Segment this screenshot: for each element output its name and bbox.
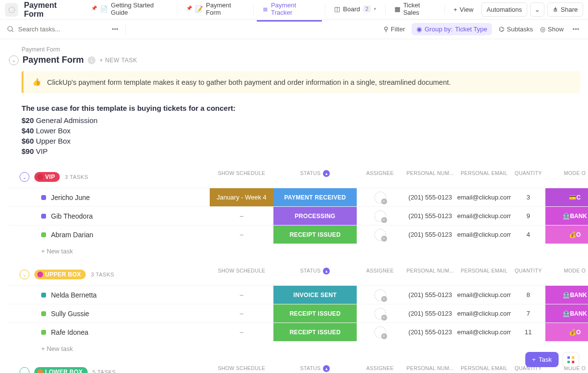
tab-ticket-sales[interactable]: ▦ Ticket Sales <box>389 0 441 22</box>
toolbar-more-icon[interactable]: ••• <box>570 24 581 35</box>
sort-icon[interactable]: ▴ <box>323 170 330 177</box>
group-chip[interactable]: UPPER BOX <box>34 270 86 279</box>
col-quantity[interactable]: QUANTITY <box>511 168 545 188</box>
subtasks-button[interactable]: ⌬ Subtasks <box>499 25 533 33</box>
quantity-cell[interactable]: 3 <box>511 194 545 201</box>
apps-fab[interactable] <box>563 352 579 367</box>
col-personal-email[interactable]: PERSONAL EMAIL <box>457 266 511 285</box>
add-assignee-icon[interactable] <box>374 210 386 222</box>
group-by-button[interactable]: ◉ Group by: Ticket Type <box>412 23 492 35</box>
add-view-button[interactable]: + View <box>448 3 478 16</box>
personal-num-cell[interactable]: (201) 555-0123 <box>403 231 457 238</box>
personal-email-cell[interactable]: email@clickup.com <box>457 194 511 201</box>
personal-num-cell[interactable]: (201) 555-0123 <box>403 328 457 336</box>
task-row[interactable]: Gib Theodora–PROCESSING(201) 555-0123ema… <box>9 206 588 225</box>
assignee-cell[interactable] <box>357 308 403 320</box>
quantity-cell[interactable]: 4 <box>511 231 545 238</box>
search-input[interactable] <box>18 25 92 33</box>
schedule-cell[interactable]: – <box>210 304 273 323</box>
app-icon[interactable] <box>5 3 18 17</box>
personal-email-cell[interactable]: email@clickup.com <box>457 231 511 238</box>
schedule-cell[interactable]: January - Week 4 <box>210 188 273 206</box>
personal-num-cell[interactable]: (201) 555-0123 <box>403 194 457 201</box>
status-cell[interactable]: INVOICE SENT <box>273 286 357 304</box>
status-cell[interactable]: PROCESSING <box>273 207 357 225</box>
col-mode[interactable]: MODE O <box>545 266 588 285</box>
status-cell[interactable]: RECEIPT ISSUED <box>273 323 357 341</box>
col-status[interactable]: STATUS ▴ <box>273 363 357 373</box>
sort-icon[interactable]: ▴ <box>323 365 330 372</box>
quantity-cell[interactable]: 9 <box>511 212 545 220</box>
group-chip[interactable]: LOWER BOX <box>34 367 88 373</box>
automations-button[interactable]: Automations <box>481 2 527 17</box>
col-assignee[interactable]: ASSIGNEE <box>357 168 403 188</box>
status-cell[interactable]: RECEIPT ISSUED <box>273 304 357 323</box>
col-show-schedule[interactable]: SHOW SCHEDULE <box>210 168 273 188</box>
tab-payment-tracker[interactable]: ≣ Payment Tracker <box>257 0 322 22</box>
mode-cell[interactable]: 🏦BANK <box>545 304 588 323</box>
col-quantity[interactable]: QUANTITY <box>511 266 545 285</box>
status-cell[interactable]: PAYMENT RECEIVED <box>273 188 357 206</box>
add-assignee-icon[interactable] <box>374 289 386 301</box>
col-personal-email[interactable]: PERSONAL EMAIL <box>457 363 511 373</box>
assignee-cell[interactable] <box>357 289 403 301</box>
add-assignee-icon[interactable] <box>374 308 386 320</box>
assignee-cell[interactable] <box>357 229 403 241</box>
group-collapse-icon[interactable]: ⌄ <box>20 172 29 182</box>
add-assignee-icon[interactable] <box>374 192 386 203</box>
schedule-cell[interactable]: – <box>210 207 273 225</box>
tab-payment-form[interactable]: 📌 📝 Payment Form <box>180 0 250 22</box>
task-row[interactable]: Sully Gussie–RECEIPT ISSUED(201) 555-012… <box>9 304 588 323</box>
col-personal-num[interactable]: PERSONAL NUM... <box>403 168 457 188</box>
col-personal-email[interactable]: PERSONAL EMAIL <box>457 168 511 188</box>
group-collapse-icon[interactable]: ⌄ <box>20 367 29 373</box>
assignee-cell[interactable] <box>357 210 403 222</box>
col-mode[interactable]: MODE O <box>545 168 588 188</box>
col-assignee[interactable]: ASSIGNEE <box>357 266 403 285</box>
schedule-cell[interactable]: – <box>210 286 273 304</box>
show-button[interactable]: ◎ Show <box>540 25 564 33</box>
sort-icon[interactable]: ▴ <box>323 268 330 274</box>
more-options-icon[interactable]: ••• <box>110 24 121 35</box>
quantity-cell[interactable]: 8 <box>511 291 545 298</box>
tab-board[interactable]: ◫ Board 2 ▾ <box>328 1 382 18</box>
task-row[interactable]: Rafe Idonea–RECEIPT ISSUED(201) 555-0123… <box>9 323 588 341</box>
task-name-cell[interactable]: Abram Darian <box>14 231 210 239</box>
personal-num-cell[interactable]: (201) 555-0123 <box>403 310 457 317</box>
filter-button[interactable]: ⚲ Filter <box>384 25 405 33</box>
new-task-fab[interactable]: + Task <box>525 352 559 367</box>
mode-cell[interactable]: 💳C <box>545 188 588 206</box>
task-row[interactable]: Abram Darian–RECEIPT ISSUED(201) 555-012… <box>9 225 588 244</box>
col-personal-num[interactable]: PERSONAL NUM... <box>403 363 457 373</box>
task-row[interactable]: Nelda Bernetta–INVOICE SENT(201) 555-012… <box>9 285 588 304</box>
new-task-row[interactable]: + New task <box>9 244 588 259</box>
schedule-cell[interactable]: – <box>210 225 273 244</box>
add-assignee-icon[interactable] <box>374 229 386 241</box>
personal-num-cell[interactable]: (201) 555-0123 <box>403 291 457 298</box>
add-assignee-icon[interactable] <box>374 326 386 338</box>
mode-cell[interactable]: 💰O <box>545 323 588 341</box>
task-name-cell[interactable]: Nelda Bernetta <box>14 291 210 299</box>
task-row[interactable]: Jericho JuneJanuary - Week 4PAYMENT RECE… <box>9 188 588 206</box>
info-icon[interactable]: i <box>88 56 96 64</box>
mode-cell[interactable]: 🏦BANK <box>545 286 588 304</box>
personal-email-cell[interactable]: email@clickup.com <box>457 291 511 298</box>
status-cell[interactable]: RECEIPT ISSUED <box>273 225 357 244</box>
col-assignee[interactable]: ASSIGNEE <box>357 363 403 373</box>
personal-email-cell[interactable]: email@clickup.com <box>457 310 511 317</box>
quantity-cell[interactable]: 7 <box>511 310 545 317</box>
new-task-link[interactable]: + NEW TASK <box>99 57 137 64</box>
col-show-schedule[interactable]: SHOW SCHEDULE <box>210 266 273 285</box>
personal-email-cell[interactable]: email@clickup.com <box>457 328 511 336</box>
col-status[interactable]: STATUS ▴ <box>273 266 357 285</box>
col-show-schedule[interactable]: SHOW SCHEDULE <box>210 363 273 373</box>
assignee-cell[interactable] <box>357 192 403 203</box>
task-name-cell[interactable]: Sully Gussie <box>14 310 210 318</box>
automations-dropdown[interactable]: ⌄ <box>530 2 544 17</box>
col-status[interactable]: STATUS ▴ <box>273 168 357 188</box>
new-task-row[interactable]: + New task <box>9 341 588 356</box>
col-personal-num[interactable]: PERSONAL NUM... <box>403 266 457 285</box>
mode-cell[interactable]: 💰O <box>545 225 588 244</box>
group-collapse-icon[interactable]: ⌄ <box>20 270 29 279</box>
assignee-cell[interactable] <box>357 326 403 338</box>
